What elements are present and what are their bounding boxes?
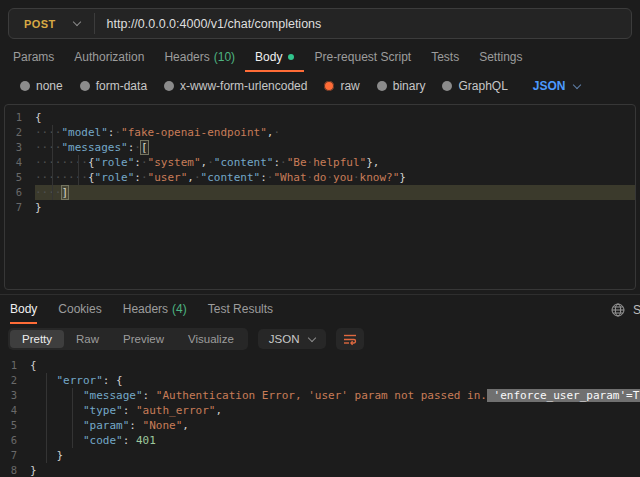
tab-label: Settings xyxy=(479,50,522,64)
token-pun: : xyxy=(260,171,267,184)
token-sp xyxy=(30,434,83,447)
token-str: "system" xyxy=(148,156,201,169)
token-num: 401 xyxy=(136,434,156,447)
line-number: 2 xyxy=(0,373,30,388)
token-ws: ········ xyxy=(35,156,88,169)
token-pun: , xyxy=(182,419,189,432)
code-text: "type": "auth_error", xyxy=(30,403,640,418)
code-text: { xyxy=(35,110,635,125)
line-number: 6 xyxy=(5,185,35,200)
response-tab-headers[interactable]: Headers(4) xyxy=(123,295,187,324)
radio-icon xyxy=(164,81,174,91)
response-code: 1{2 "error": {3 "message": "Authenticati… xyxy=(0,358,640,477)
token-pun: { xyxy=(88,171,95,184)
tab-label: Headers xyxy=(164,50,209,64)
network-globe-icon[interactable] xyxy=(611,303,625,317)
token-key: "role" xyxy=(95,156,135,169)
radio-label: form-data xyxy=(96,79,147,93)
tab-count-badge: (10) xyxy=(214,50,235,64)
view-raw[interactable]: Raw xyxy=(64,330,111,348)
code-text: ········{"role":·"user",·"content":·"Wha… xyxy=(35,170,635,185)
line-number: 7 xyxy=(0,448,30,463)
modified-dot-icon xyxy=(288,54,294,60)
token-pun: }, xyxy=(366,156,379,169)
token-str: "Authentication Error, 'user' param not … xyxy=(156,389,487,402)
response-header-right: S xyxy=(611,295,640,324)
request-tab-body[interactable]: Body xyxy=(245,44,304,72)
code-line: 1{ xyxy=(5,110,635,125)
token-pun: { xyxy=(30,359,37,372)
tab-label: Headers xyxy=(123,302,168,316)
chevron-down-icon xyxy=(308,333,316,341)
line-number: 1 xyxy=(5,110,35,125)
body-type-options: noneform-datax-www-form-urlencodedrawbin… xyxy=(20,79,508,93)
method-select[interactable]: POST xyxy=(9,9,94,38)
token-sel: 'enforce_user_param'=True" xyxy=(487,389,640,402)
radio-label: none xyxy=(36,79,63,93)
token-key: "model" xyxy=(62,126,108,139)
body-type-none[interactable]: none xyxy=(20,79,63,93)
response-language-select[interactable]: JSON xyxy=(258,329,327,349)
request-body-editor[interactable]: 1{2····"model":·"fake-openai-endpoint",·… xyxy=(4,104,636,290)
view-pretty[interactable]: Pretty xyxy=(10,330,64,348)
code-text: "code": 401 xyxy=(30,433,640,448)
view-preview[interactable]: Preview xyxy=(111,330,176,348)
request-tab-tests[interactable]: Tests xyxy=(421,44,469,72)
token-pun: : xyxy=(134,156,141,169)
token-ws: · xyxy=(353,171,360,184)
token-ws: ···· xyxy=(35,126,62,139)
request-tab-headers[interactable]: Headers(10) xyxy=(154,44,245,72)
request-tab-pre-request-script[interactable]: Pre-request Script xyxy=(304,44,421,72)
response-language-label: JSON xyxy=(269,333,300,345)
code-text: ····"model":·"fake-openai-endpoint",· xyxy=(35,125,635,140)
request-tab-settings[interactable]: Settings xyxy=(469,44,532,72)
indent-guide xyxy=(72,388,73,448)
token-key: "param" xyxy=(83,419,129,432)
token-key: "type" xyxy=(83,404,123,417)
code-line: 5········{"role":·"user",·"content":·"Wh… xyxy=(5,170,635,185)
response-tab-body[interactable]: Body xyxy=(10,295,37,324)
response-body-viewer[interactable]: 1{2 "error": {3 "message": "Authenticati… xyxy=(0,354,640,477)
tab-label: Body xyxy=(10,302,37,316)
token-pun: { xyxy=(35,111,42,124)
radio-label: x-www-form-urlencoded xyxy=(180,79,307,93)
body-type-binary[interactable]: binary xyxy=(377,79,426,93)
response-toolbar: PrettyRawPreviewVisualize JSON xyxy=(0,324,640,354)
line-number: 3 xyxy=(0,388,30,403)
tab-count-badge: (4) xyxy=(172,302,187,316)
indent-guide xyxy=(52,125,53,200)
body-type-raw[interactable]: raw xyxy=(324,79,359,93)
code-text: ····"messages":·[ xyxy=(35,140,635,155)
token-key: "error" xyxy=(57,374,103,387)
token-str: "fake-openai-endpoint" xyxy=(121,126,267,139)
tab-label: Tests xyxy=(431,50,459,64)
request-language-select[interactable]: JSON xyxy=(533,79,580,93)
code-line: 3 "message": "Authentication Error, 'use… xyxy=(0,388,640,403)
token-sp xyxy=(30,449,57,462)
request-tab-authorization[interactable]: Authorization xyxy=(64,44,154,72)
radio-icon xyxy=(442,81,452,91)
code-line: 5 "param": "None", xyxy=(0,418,640,433)
chevron-down-icon xyxy=(72,18,80,26)
indent-guide xyxy=(78,155,79,185)
body-type-form-data[interactable]: form-data xyxy=(80,79,147,93)
request-tab-params[interactable]: Params xyxy=(3,44,64,72)
body-type-graphql[interactable]: GraphQL xyxy=(442,79,507,93)
code-text: } xyxy=(30,448,640,463)
body-type-x-www-form-urlencoded[interactable]: x-www-form-urlencoded xyxy=(164,79,307,93)
token-key: "code" xyxy=(83,434,123,447)
view-visualize[interactable]: Visualize xyxy=(176,330,246,348)
wrap-text-icon xyxy=(343,333,358,346)
radio-label: raw xyxy=(340,79,359,93)
token-ws: ···· xyxy=(35,141,62,154)
code-text: } xyxy=(30,463,640,477)
token-ws: · xyxy=(273,126,280,139)
line-number: 5 xyxy=(0,418,30,433)
url-input[interactable]: http://0.0.0.0:4000/v1/chat/completions xyxy=(95,9,631,38)
radio-icon xyxy=(377,81,387,91)
wrap-text-button[interactable] xyxy=(336,328,364,350)
response-tab-cookies[interactable]: Cookies xyxy=(58,295,101,324)
response-tab-test-results[interactable]: Test Results xyxy=(208,295,273,324)
tab-label: Params xyxy=(13,50,54,64)
token-key: "role" xyxy=(95,171,135,184)
